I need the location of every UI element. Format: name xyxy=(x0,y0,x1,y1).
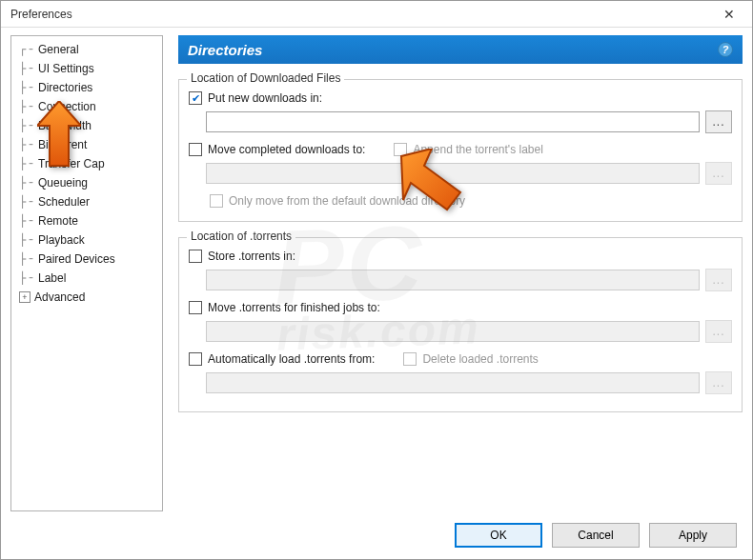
group-downloaded-files: Location of Downloaded Files Put new dow… xyxy=(178,79,743,222)
ok-button[interactable]: OK xyxy=(455,523,542,548)
panel-title: Directories xyxy=(188,42,262,58)
label-store-torrents: Store .torrents in: xyxy=(208,250,295,263)
label-move-completed: Move completed downloads to: xyxy=(208,143,365,156)
row-move-completed: Move completed downloads to: Append the … xyxy=(189,143,732,156)
checkbox-only-move-default[interactable] xyxy=(210,194,223,208)
input-move-finished-path xyxy=(206,321,700,342)
input-store-torrents-path xyxy=(206,270,700,290)
category-tree: ┌╶General ├╶UI Settings ├╶Directories ├╶… xyxy=(10,35,163,511)
browse-button-autoload[interactable]: ... xyxy=(705,371,732,394)
sidebar-item-transfer-cap[interactable]: ├╶Transfer Cap xyxy=(11,154,162,173)
sidebar-item-bandwidth[interactable]: ├╶Bandwidth xyxy=(11,116,162,135)
close-icon[interactable]: ✕ xyxy=(714,4,744,25)
label-move-finished-torrents: Move .torrents for finished jobs to: xyxy=(208,301,380,314)
checkbox-move-completed[interactable] xyxy=(189,143,202,156)
sidebar-item-paired-devices[interactable]: ├╶Paired Devices xyxy=(11,250,162,269)
browse-button-move-completed[interactable]: ... xyxy=(705,162,732,185)
sidebar-item-bittorrent[interactable]: ├╶BitTorrent xyxy=(11,135,162,154)
checkbox-autoload-torrents[interactable] xyxy=(189,352,202,366)
main-panel: Directories ? Location of Downloaded Fil… xyxy=(178,35,743,511)
panel-header: Directories ? xyxy=(178,35,743,64)
browse-button-put-new[interactable]: ... xyxy=(705,110,732,133)
checkbox-delete-loaded[interactable] xyxy=(403,352,417,366)
window-title: Preferences xyxy=(10,8,72,21)
apply-button[interactable]: Apply xyxy=(649,523,737,548)
checkbox-store-torrents[interactable] xyxy=(189,250,202,263)
sidebar-item-connection[interactable]: ├╶Connection xyxy=(11,97,162,116)
dialog-buttons: OK Cancel Apply xyxy=(455,523,737,548)
sidebar-item-directories[interactable]: ├╶Directories xyxy=(11,78,162,97)
sidebar-item-scheduler[interactable]: ├╶Scheduler xyxy=(11,192,162,211)
help-icon[interactable]: ? xyxy=(718,42,733,57)
row-only-move-default: Only move from the default download dire… xyxy=(210,194,732,208)
sidebar-item-queueing[interactable]: ├╶Queueing xyxy=(11,173,162,192)
sidebar-item-advanced[interactable]: +Advanced xyxy=(11,288,162,307)
group-torrents-location: Location of .torrents Store .torrents in… xyxy=(178,237,743,412)
sidebar-item-general[interactable]: ┌╶General xyxy=(11,40,162,59)
group-title-2: Location of .torrents xyxy=(187,230,295,243)
browse-button-move-finished[interactable]: ... xyxy=(705,320,732,343)
input-move-completed-path xyxy=(206,163,700,184)
checkbox-append-label[interactable] xyxy=(394,143,407,156)
titlebar: Preferences ✕ xyxy=(1,1,752,28)
sidebar-item-remote[interactable]: ├╶Remote xyxy=(11,211,162,230)
input-autoload-path xyxy=(206,372,700,393)
checkbox-put-new-downloads[interactable] xyxy=(189,91,202,105)
sidebar-item-playback[interactable]: ├╶Playback xyxy=(11,230,162,250)
label-only-move-default: Only move from the default download dire… xyxy=(229,194,465,208)
input-put-new-downloads-path[interactable] xyxy=(206,111,700,132)
sidebar-item-ui-settings[interactable]: ├╶UI Settings xyxy=(11,59,162,78)
label-append-label: Append the torrent's label xyxy=(413,143,542,156)
label-autoload-torrents: Automatically load .torrents from: xyxy=(208,352,375,366)
label-put-new-downloads: Put new downloads in: xyxy=(208,91,322,105)
label-delete-loaded: Delete loaded .torrents xyxy=(422,352,538,366)
expand-icon[interactable]: + xyxy=(19,291,31,303)
row-put-new-downloads: Put new downloads in: xyxy=(189,91,732,105)
cancel-button[interactable]: Cancel xyxy=(552,523,640,548)
sidebar-item-label[interactable]: ├╶Label xyxy=(11,269,162,288)
group-title: Location of Downloaded Files xyxy=(187,71,344,85)
content-area: ┌╶General ├╶UI Settings ├╶Directories ├╶… xyxy=(1,28,752,521)
checkbox-move-finished-torrents[interactable] xyxy=(189,301,202,314)
browse-button-store-torrents[interactable]: ... xyxy=(705,269,732,291)
